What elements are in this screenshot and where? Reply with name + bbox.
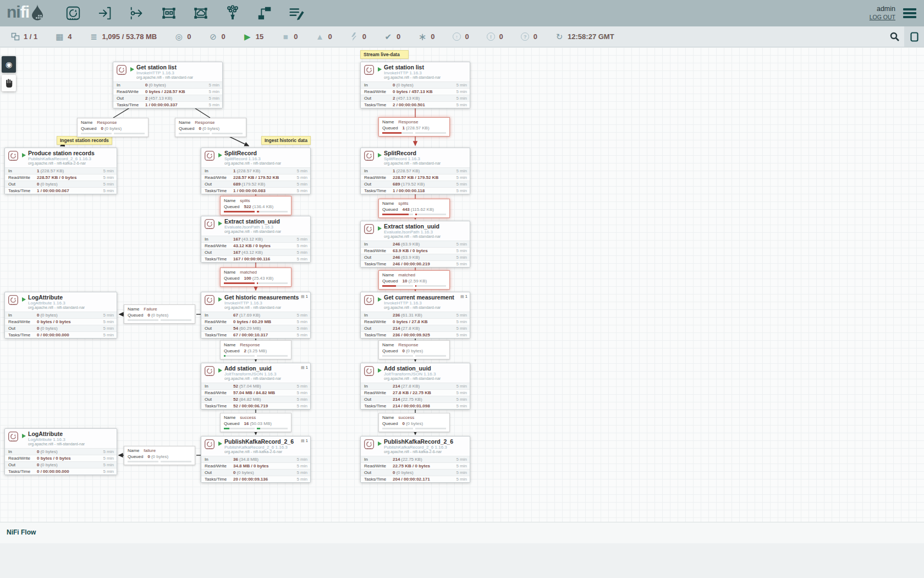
connection-response-right-add[interactable]: NameResponseQueued0(0 bytes)	[378, 340, 450, 359]
flow-label-ingest-historic-data[interactable]: Ingest historic data	[261, 136, 311, 145]
connection-matched-right[interactable]: NamematchedQueued10(2.59 KB)	[378, 270, 450, 290]
connection-response-left-split[interactable]: NameResponseQueued0(0 bytes)	[175, 118, 246, 137]
refresh-status[interactable]: ↻ 12:58:27 GMT	[555, 32, 614, 42]
stat-row: Tasks/Time52 / 00:00:06.7195 min	[201, 402, 310, 409]
backpressure-bars	[128, 319, 191, 321]
processor-logattribute-lower[interactable]: LogAttributeLogAttribute 1.16.3org.apach…	[4, 428, 117, 475]
nifi-logo: nifi	[0, 4, 50, 23]
stat-row: Out167(43.12 KB)5 min	[201, 249, 310, 255]
tasks-icon: ▤	[460, 295, 464, 298]
running-status-icon	[130, 67, 134, 72]
stat-row: In1(228.57 KB)5 min	[5, 167, 117, 174]
processor-bundle: org.apache.nifi - nifi-standard-nar	[224, 161, 281, 166]
processor-get-station-list-right[interactable]: Get station listInvokeHTTP 1.16.3org.apa…	[360, 62, 470, 108]
connection-name-row: Namefailure	[124, 446, 195, 454]
connection-failure-historic[interactable]: NameFailureQueued0(0 bytes)	[124, 304, 195, 324]
processor-name: Get station list	[384, 64, 441, 70]
global-menu-button[interactable]	[903, 8, 916, 18]
connection-name-row: NameFailure	[124, 305, 195, 312]
logout-link[interactable]: LOG OUT	[870, 13, 895, 21]
stat-row: Read/Write57.04 MB / 84.82 MB5 min	[201, 389, 310, 396]
label-icon[interactable]	[288, 4, 305, 22]
backpressure-bars	[224, 355, 288, 357]
backpressure-bars	[382, 214, 446, 215]
processor-get-current-measurement[interactable]: Get current measurementInvokeHTTP 1.16.3…	[360, 292, 470, 339]
backpressure-bars	[382, 428, 446, 429]
connection-response-right-split[interactable]: NameResponseQueued1(228.57 KB)	[378, 117, 450, 137]
running-status: ▶15	[243, 32, 263, 42]
processor-extract-station-uuid-right[interactable]: Extract station_uuidEvaluateJsonPath 1.1…	[360, 221, 470, 268]
processor-bundle: org.apache.nifi - nifi-standard-nar	[384, 306, 454, 310]
search-button[interactable]	[884, 26, 904, 47]
running-status-icon	[378, 153, 382, 157]
connection-name-row: NameResponse	[379, 118, 449, 125]
processor-get-station-list-left[interactable]: Get station listInvokeHTTP 1.16.3org.apa…	[113, 62, 223, 108]
connection-success-right[interactable]: NamesuccessQueued0(0 bytes)	[378, 413, 450, 432]
status-count: 0	[431, 32, 435, 41]
processor-extract-station-uuid-mid[interactable]: Extract station_uuidEvaluateJsonPath 1.1…	[201, 216, 311, 263]
connection-response-mid-add[interactable]: NameResponseQueued2(3.25 MB)	[220, 340, 292, 359]
breadcrumb-root-link[interactable]: NiFi Flow	[0, 522, 36, 536]
flow-label-stream-live-data[interactable]: Stream live-data	[360, 50, 409, 59]
processor-bundle: org.apache.nifi - nifi-standard-nar	[136, 75, 193, 80]
funnel-icon[interactable]	[224, 4, 241, 22]
processor-name: LogAttribute	[28, 295, 85, 301]
connection-queued-row: Queued0(0 bytes)	[124, 454, 195, 461]
status-count: 1 / 1	[24, 32, 37, 41]
connection-success-mid[interactable]: NamesuccessQueued16(50.03 MB)	[220, 413, 292, 432]
flow-label-ingest-station-records[interactable]: Ingest station records	[57, 136, 112, 145]
running-status-icon	[218, 221, 222, 226]
stat-row: Tasks/Time2 / 00:00:00.5015 min	[361, 101, 470, 108]
stat-row: Tasks/Time246 / 00:00:00.2195 min	[361, 260, 470, 267]
connection-queued-row: Queued0(0 bytes)	[78, 126, 148, 133]
operate-palette-button[interactable]	[2, 75, 16, 91]
process-group-icon[interactable]	[160, 4, 178, 22]
processor-produce-station-records[interactable]: Produce station recordsPublishKafkaRecor…	[4, 148, 117, 194]
stat-row: Out0(0 bytes)5 min	[201, 469, 310, 476]
processor-type: EvaluateJsonPath 1.16.3	[224, 225, 281, 230]
backpressure-bars	[382, 355, 446, 357]
processor-icon[interactable]	[64, 4, 82, 22]
stat-row: Tasks/Time236 / 00:00:09.9255 min	[361, 331, 470, 338]
panel-icon	[910, 32, 919, 42]
backpressure-bars	[224, 428, 288, 429]
locally-modified-stale-status: !0	[487, 32, 503, 41]
processor-publishkafka-mid[interactable]: PublishKafkaRecord_2_6PublishKafkaRecord…	[201, 436, 311, 483]
transmitting-icon: ◎	[174, 32, 183, 42]
template-icon[interactable]	[256, 4, 273, 22]
processor-name: Extract station_uuid	[384, 223, 441, 230]
stat-row: In36(34.8 MB)5 min	[201, 456, 310, 462]
connection-splits-mid[interactable]: NamesplitsQueued522(136.4 KB)	[220, 196, 292, 215]
processor-bundle: org.apache.nifi - nifi-kafka-2-6-nar	[224, 450, 294, 454]
flow-canvas[interactable]: ◉ Stream live-dataIngest station records…	[0, 47, 924, 578]
processor-type: InvokeHTTP 1.16.3	[136, 70, 193, 75]
connection-response-left-kafka[interactable]: NameResponseQueued0(0 bytes)	[77, 118, 148, 137]
stat-row: Read/Write34.8 MB / 0 bytes5 min	[201, 462, 310, 469]
processor-add-station-uuid-mid[interactable]: Add station_uuidJoltTransformJSON 1.16.3…	[201, 363, 311, 410]
connection-matched-mid[interactable]: NamematchedQueued100(25.43 KB)	[220, 268, 292, 287]
logo-text-ni: ni	[7, 4, 20, 20]
processor-publishkafka-right[interactable]: PublishKafkaRecord_2_6PublishKafkaRecord…	[360, 436, 470, 483]
processor-splitrecord-right[interactable]: SplitRecordSplitRecord 1.16.3org.apache.…	[360, 148, 470, 194]
processor-add-station-uuid-right[interactable]: Add station_uuidJoltTransformJSON 1.16.3…	[360, 363, 470, 410]
panel-toggle-button[interactable]	[904, 26, 924, 47]
refresh-icon[interactable]: ↻	[555, 32, 564, 42]
processor-type: SplitRecord 1.16.3	[224, 156, 281, 161]
invalid-status: ▲0	[315, 32, 332, 41]
connection-splits-right[interactable]: NamesplitsQueued443(115.62 KB)	[378, 199, 450, 218]
navigate-palette-button[interactable]: ◉	[2, 56, 16, 73]
connection-failure-publish[interactable]: NamefailureQueued0(0 bytes)	[124, 446, 195, 465]
processor-splitrecord-mid[interactable]: SplitRecordSplitRecord 1.16.3org.apache.…	[201, 148, 311, 194]
hand-cursor-icon	[5, 79, 13, 88]
running-status-icon	[218, 441, 222, 446]
current-user: admin	[870, 5, 895, 13]
output-port-icon[interactable]	[128, 4, 146, 22]
component-toolbar	[64, 4, 305, 22]
processor-get-historic-measurements[interactable]: Get historic measurementsInvokeHTTP 1.16…	[201, 292, 311, 339]
processor-logattribute-upper[interactable]: LogAttributeLogAttribute 1.16.3org.apach…	[4, 292, 117, 339]
remote-process-group-icon[interactable]	[192, 4, 210, 22]
transmitting-status: ◎0	[174, 32, 191, 42]
stat-row: Read/Write0 bytes / 0 bytes5 min	[5, 318, 117, 325]
input-port-icon[interactable]	[96, 4, 114, 22]
stat-row: Out0(0 bytes)5 min	[5, 461, 117, 468]
